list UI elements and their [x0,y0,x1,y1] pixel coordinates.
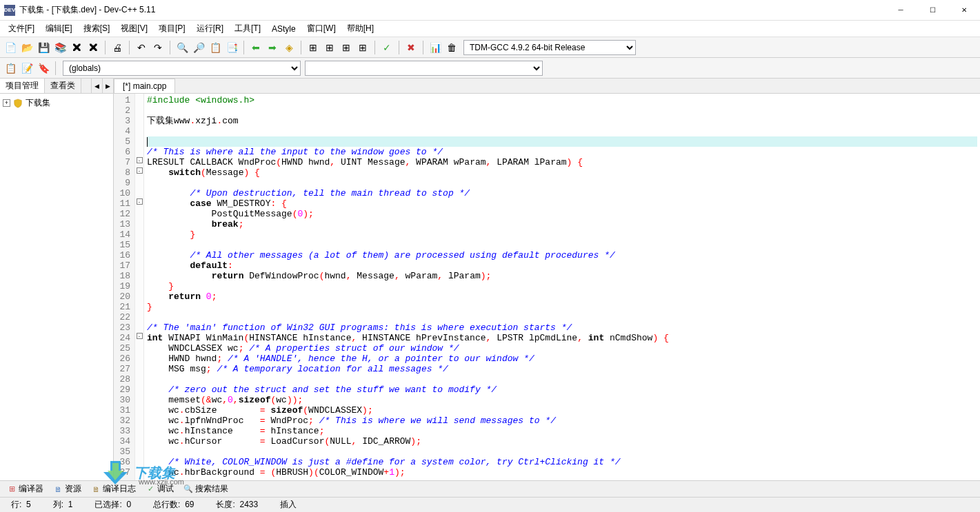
code-line[interactable]: return 0; [147,291,977,302]
menu-item[interactable]: 运行[R] [191,21,229,36]
bottom-tab[interactable]: 🗎编译日志 [87,482,140,496]
sidebar-prev-icon[interactable]: ◀ [91,79,102,93]
open-file-icon[interactable]: 📂 [19,40,34,55]
status-sel: 已选择: 0 [83,499,142,511]
profile-icon[interactable]: 📊 [428,40,443,55]
menu-item[interactable]: 帮助[H] [341,21,379,36]
delete-profile-icon[interactable]: 🗑 [444,40,459,55]
stop-icon[interactable]: ✖ [403,40,419,55]
bookmark-icon[interactable]: ◈ [281,40,297,55]
menu-item[interactable]: AStyle [266,23,301,35]
code-line[interactable]: } [147,302,977,312]
code-line[interactable] [147,178,977,188]
menu-item[interactable]: 文件[F] [3,21,40,36]
close-all-icon[interactable]: 🗙 [86,40,101,55]
maximize-button[interactable]: ☐ [917,0,948,21]
code-line[interactable]: WNDCLASSEX wc; /* A properties struct of… [147,343,977,354]
code-line[interactable]: wc.cbSize = sizeof(WNDCLASSEX); [147,405,977,416]
undo-icon[interactable]: ↶ [134,40,149,55]
code-line[interactable]: break; [147,219,977,229]
code-line[interactable]: LRESULT CALLBACK WndProc(HWND hwnd, UINT… [147,157,977,167]
menu-item[interactable]: 项目[P] [153,21,191,36]
save-all-icon[interactable]: 📚 [52,40,68,55]
code-line[interactable]: 下载集www.xzji.com [147,116,977,126]
code-line[interactable]: wc.hbrBackground = (HBRUSH)(COLOR_WINDOW… [147,467,977,478]
bookmark2-icon[interactable]: 🔖 [36,61,51,76]
debug-icon[interactable]: ✓ [379,40,394,55]
function-select[interactable] [305,61,543,76]
fold-gutter[interactable]: ---- [134,94,144,480]
code-line[interactable] [147,136,977,147]
menu-item[interactable]: 窗口[W] [301,21,341,36]
project-tree[interactable]: + 下载集 [0,94,113,480]
tab-project[interactable]: 项目管理 [0,79,45,93]
code-line[interactable]: wc.hCursor = LoadCursor(NULL, IDC_ARROW)… [147,436,977,447]
expand-icon[interactable]: + [3,99,10,107]
code-line[interactable]: /* All other messages (a lot of them) ar… [147,250,977,260]
bottom-tab[interactable]: ✓调试 [141,482,178,496]
run-icon[interactable]: ⊞ [322,40,337,55]
code-line[interactable]: /* This is where all the input to the wi… [147,147,977,157]
globals-select[interactable]: (globals) [63,61,301,76]
compile-run-icon[interactable]: ⊞ [339,40,354,55]
bottom-tab[interactable]: 🔍搜索结果 [179,482,232,496]
code-line[interactable] [147,312,977,322]
code-line[interactable]: return DefWindowProc(hwnd, Message, wPar… [147,271,977,281]
find-icon[interactable]: 🔍 [174,40,190,55]
code-line[interactable]: /* White, COLOR_WINDOW is just a #define… [147,457,977,467]
code-line[interactable]: /* zero out the struct and set the stuff… [147,385,977,395]
menu-item[interactable]: 搜索[S] [78,21,116,36]
code-line[interactable] [147,105,977,116]
tree-item-project[interactable]: + 下载集 [3,96,110,110]
menu-item[interactable]: 视图[V] [115,21,153,36]
sidebar-next-icon[interactable]: ▶ [102,79,113,93]
insert-text-icon[interactable]: 📝 [19,61,34,76]
goto-icon[interactable]: 📑 [224,40,239,55]
rebuild-icon[interactable]: ⊞ [355,40,370,55]
shield-icon [13,99,23,108]
code-line[interactable]: switch(Message) { [147,167,977,178]
code-content[interactable]: #include <windows.h>下载集www.xzji.com/* Th… [144,94,980,480]
close-button[interactable]: ✕ [948,0,980,21]
file-tab-main[interactable]: [*] main.cpp [114,79,175,93]
redo-icon[interactable]: ↷ [150,40,166,55]
code-line[interactable]: /* The 'main' function of Win32 GUI prog… [147,322,977,333]
status-len: 长度: 2433 [205,499,269,511]
code-line[interactable]: case WM_DESTROY: { [147,198,977,209]
code-line[interactable] [147,126,977,136]
code-line[interactable]: wc.lpfnWndProc = WndProc; /* This is whe… [147,416,977,426]
code-line[interactable]: } [147,229,977,240]
code-line[interactable] [147,447,977,457]
save-icon[interactable]: 💾 [36,40,51,55]
bottom-tab[interactable]: ⊞编译器 [3,482,48,496]
close-file-icon[interactable]: 🗙 [69,40,84,55]
code-line[interactable]: PostQuitMessage(0); [147,209,977,219]
menu-item[interactable]: 编辑[E] [40,21,78,36]
code-line[interactable]: } [147,281,977,291]
toggle-icon[interactable]: ➡ [265,40,280,55]
print-icon[interactable]: 🖨 [110,40,125,55]
bottom-tab[interactable]: 🗎资源 [49,482,86,496]
compile-icon[interactable]: ⊞ [306,40,321,55]
titlebar: DEV 下载集 - [下载集.dev] - Dev-C++ 5.11 ─ ☐ ✕ [0,0,980,21]
tab-class-view[interactable]: 查看类 [45,79,81,93]
insert-icon[interactable]: ⬅ [248,40,263,55]
new-file-icon[interactable]: 📄 [3,40,18,55]
code-line[interactable]: #include <windows.h> [147,95,977,105]
code-line[interactable]: memset(&wc,0,sizeof(wc)); [147,395,977,405]
code-line[interactable]: default: [147,260,977,271]
code-line[interactable] [147,374,977,385]
find-in-files-icon[interactable]: 📋 [208,40,223,55]
compiler-select[interactable]: TDM-GCC 4.9.2 64-bit Release [463,40,636,55]
menu-item[interactable]: 工具[T] [229,21,266,36]
code-line[interactable] [147,240,977,250]
code-line[interactable]: HWND hwnd; /* A 'HANDLE', hence the H, o… [147,354,977,364]
code-line[interactable]: /* Upon destruction, tell the main threa… [147,188,977,198]
code-line[interactable]: MSG msg; /* A temporary location for all… [147,364,977,374]
replace-icon[interactable]: 🔎 [191,40,206,55]
code-line[interactable]: wc.hInstance = hInstance; [147,426,977,436]
minimize-button[interactable]: ─ [885,0,917,21]
new-project-icon[interactable]: 📋 [3,61,18,76]
code-line[interactable]: int WINAPI WinMain(HINSTANCE hInstance, … [147,333,977,343]
code-editor[interactable]: 1234567891011121314151617181920212223242… [114,94,980,480]
